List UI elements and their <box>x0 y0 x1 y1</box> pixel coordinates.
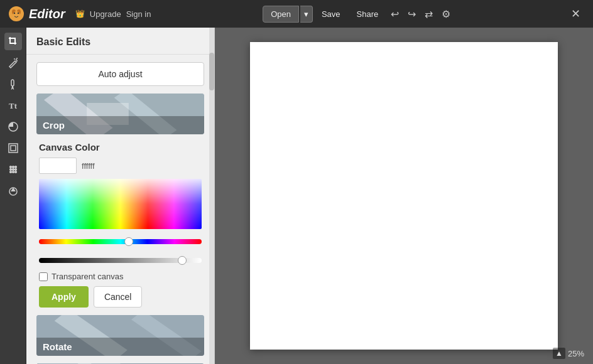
cancel-button[interactable]: Cancel <box>94 286 143 308</box>
open-dropdown-button[interactable]: ▾ <box>300 6 313 23</box>
texture-tool-icon[interactable] <box>4 161 22 178</box>
settings-button[interactable]: ⚙ <box>438 6 454 23</box>
crop-tool-icon[interactable] <box>4 33 22 50</box>
svg-rect-11 <box>11 80 14 86</box>
transparent-canvas-label: Transparent canvas <box>52 272 123 281</box>
svg-point-21 <box>14 169 16 171</box>
auto-adjust-button[interactable]: Auto adjust <box>36 62 204 86</box>
header-left: Editor 👑 Upgrade Sign in <box>8 5 151 23</box>
hue-slider[interactable] <box>39 239 202 244</box>
magic-tool-icon[interactable] <box>4 54 22 72</box>
brightness-slider-container <box>39 253 202 267</box>
zoom-up-button[interactable]: ▲ <box>553 348 565 359</box>
crop-label: Crop <box>36 116 204 134</box>
main: Tt <box>0 28 593 364</box>
undo-button[interactable]: ↩ <box>387 6 403 23</box>
text-tool-icon[interactable]: Tt <box>4 97 22 114</box>
brightness-slider[interactable] <box>39 258 202 263</box>
redo-button[interactable]: ↪ <box>404 6 420 23</box>
close-button[interactable]: ✕ <box>566 4 585 23</box>
open-button[interactable]: Open <box>263 6 299 23</box>
color-picker-area[interactable] <box>39 179 202 229</box>
svg-rect-6 <box>10 38 15 43</box>
svg-point-19 <box>9 169 11 171</box>
svg-text:Tt: Tt <box>9 101 18 110</box>
canvas-area: ▲ 25% <box>215 28 593 364</box>
svg-rect-15 <box>11 146 16 151</box>
logo: Editor <box>8 5 65 23</box>
canvas-color-section: Canvas Color ffffff <box>36 142 204 308</box>
upgrade-link[interactable]: Upgrade <box>90 9 121 19</box>
svg-point-18 <box>14 166 16 168</box>
logo-text: Editor <box>29 7 65 21</box>
sticker-tool-icon[interactable] <box>4 118 22 136</box>
header: Editor 👑 Upgrade Sign in Open ▾ Save Sha… <box>0 0 593 28</box>
transparent-row: Transparent canvas <box>39 272 202 281</box>
draw-tool-icon[interactable] <box>4 75 22 93</box>
color-hex-text: ffffff <box>82 161 95 171</box>
rotate-label: Rotate <box>36 338 204 356</box>
svg-point-23 <box>12 171 14 173</box>
header-nav: 👑 Upgrade Sign in <box>75 9 151 19</box>
zoom-percent: 25% <box>568 349 584 358</box>
white-canvas <box>250 42 558 350</box>
svg-point-24 <box>14 171 16 173</box>
svg-point-16 <box>9 166 11 168</box>
rotate-section[interactable]: Rotate <box>36 315 204 356</box>
left-toolbar: Tt <box>0 28 26 364</box>
svg-point-20 <box>12 169 14 171</box>
svg-line-7 <box>16 59 17 60</box>
color-input-row: ffffff <box>39 158 202 174</box>
shape-tool-icon[interactable] <box>4 182 22 200</box>
logo-icon <box>8 5 25 23</box>
action-row: Apply Cancel <box>39 286 202 308</box>
crop-section[interactable]: Crop <box>36 94 204 134</box>
color-preview[interactable] <box>39 158 77 174</box>
panel-scrollbar-thumb[interactable] <box>209 53 214 90</box>
hue-slider-container <box>39 234 202 248</box>
svg-rect-14 <box>9 144 18 153</box>
panel-content: Auto adjust Crop Canvas Color <box>26 55 214 364</box>
share-button[interactable]: Share <box>349 6 386 22</box>
apply-button[interactable]: Apply <box>39 286 89 308</box>
save-button[interactable]: Save <box>314 6 348 22</box>
svg-point-22 <box>9 171 11 173</box>
canvas-color-title: Canvas Color <box>39 142 202 153</box>
side-panel: Basic Edits Auto adjust Crop Can <box>26 28 215 364</box>
svg-point-5 <box>18 13 19 14</box>
header-center: Open ▾ Save Share ↩ ↪ ⇄ ⚙ <box>263 6 454 23</box>
frame-tool-icon[interactable] <box>4 139 22 157</box>
panel-title: Basic Edits <box>26 28 214 55</box>
history-button[interactable]: ⇄ <box>421 6 437 23</box>
panel-scrollbar[interactable] <box>209 28 214 364</box>
zoom-indicator: ▲ 25% <box>553 348 584 359</box>
sign-in-link[interactable]: Sign in <box>126 9 151 19</box>
svg-point-17 <box>12 166 14 168</box>
svg-point-3 <box>13 11 19 18</box>
transparent-canvas-checkbox[interactable] <box>39 272 48 281</box>
svg-point-4 <box>14 13 15 14</box>
